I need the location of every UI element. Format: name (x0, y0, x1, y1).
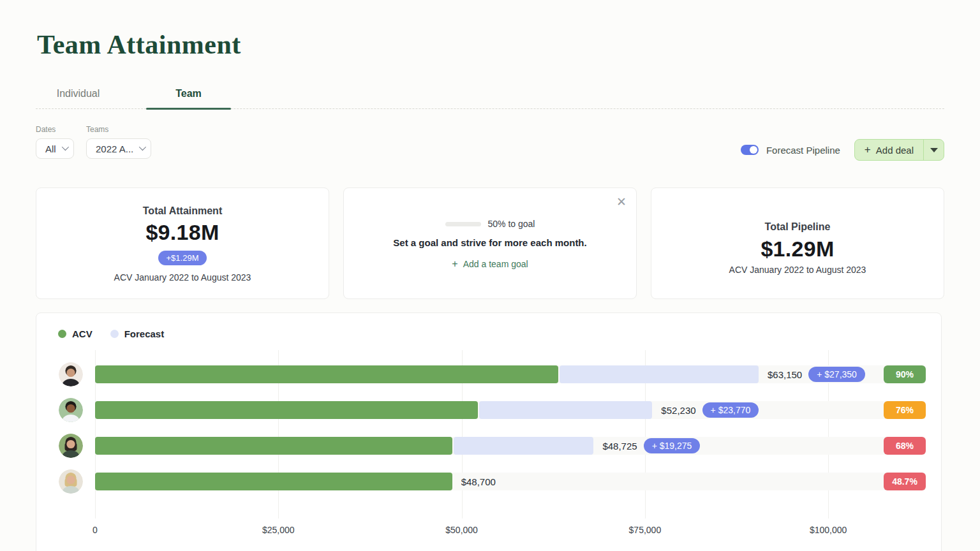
tab-team[interactable]: Team (146, 82, 231, 108)
total-pipeline-value: $1.29M (651, 237, 944, 261)
goal-progress-bar (445, 222, 481, 226)
add-team-goal-label: Add a team goal (463, 259, 528, 269)
toggle-on-icon[interactable] (741, 145, 759, 155)
acv-value-label: $48,725 (602, 441, 637, 452)
chevron-down-icon (139, 143, 146, 150)
forecast-bar[interactable] (560, 365, 759, 383)
add-deal-button[interactable]: + Add deal (855, 140, 923, 160)
attainment-percent-badge: 76% (884, 401, 926, 419)
forecast-badge: + $19,275 (644, 438, 701, 453)
team-attainment-page: Team Attainment Individual Team Dates Al… (0, 0, 980, 551)
chart-row: $48,700 48.7% (95, 473, 926, 490)
tab-bar: Individual Team (36, 82, 944, 109)
caret-down-icon (930, 148, 938, 152)
goal-progress-row: 50% to goal (344, 219, 636, 229)
teams-filter: Teams 2022 A... (86, 125, 151, 159)
legend-item-acv: ACV (58, 328, 93, 339)
x-axis-tick-label: $100,000 (810, 525, 847, 535)
dates-filter: Dates All (36, 125, 74, 159)
acv-bar[interactable] (95, 437, 452, 455)
attainment-chart-card: ACV Forecast 0$25,000$50,000$75,000$100,… (36, 312, 942, 551)
row-annotation: $52,230 + $23,770 (652, 401, 759, 419)
acv-value-label: $52,230 (661, 405, 695, 416)
legend-acv-label: ACV (72, 328, 93, 339)
x-axis-tick-label: $50,000 (445, 525, 478, 535)
tab-individual[interactable]: Individual (36, 82, 121, 108)
total-attainment-value: $9.18M (36, 220, 329, 245)
total-pipeline-card: Total Pipeline $1.29M ACV January 2022 t… (651, 187, 944, 299)
forecast-pipeline-toggle[interactable]: Forecast Pipeline (741, 145, 840, 156)
forecast-badge: + $27,350 (808, 367, 865, 382)
close-icon[interactable]: ✕ (616, 195, 627, 209)
avatar-woman-blonde[interactable] (59, 469, 83, 494)
chart-row: $48,725 + $19,275 68% (95, 437, 926, 455)
x-axis-tick-label: $25,000 (262, 525, 295, 535)
attainment-percent-badge: 68% (884, 437, 926, 455)
total-attainment-title: Total Attainment (36, 205, 329, 217)
forecast-pipeline-label: Forecast Pipeline (766, 145, 840, 156)
row-annotation: $63,150 + $27,350 (759, 365, 865, 383)
add-deal-dropdown-button[interactable] (923, 140, 944, 160)
add-deal-label: Add deal (876, 145, 914, 156)
dates-label: Dates (36, 125, 74, 134)
toggle-knob (750, 146, 757, 154)
avatar-woman-dark-hair[interactable] (59, 434, 83, 458)
row-annotation: $48,725 + $19,275 (593, 437, 700, 455)
page-title: Team Attainment (37, 29, 241, 60)
total-attainment-card: Total Attainment $9.18M +$1.29M ACV Janu… (36, 187, 329, 299)
x-axis-tick-label: 0 (93, 525, 98, 535)
avatar-man-dark-beard[interactable] (59, 362, 83, 386)
dates-dropdown-value: All (45, 143, 56, 154)
attainment-forecast-badge: +$1.29M (158, 251, 207, 265)
forecast-bar[interactable] (454, 437, 594, 455)
add-team-goal-button[interactable]: + Add a team goal (452, 258, 528, 270)
plus-icon: + (452, 258, 457, 270)
plot-area: 0$25,000$50,000$75,000$100,000 $63,150 +… (95, 313, 926, 551)
acv-bar[interactable] (95, 365, 558, 383)
teams-dropdown-value: 2022 A... (96, 143, 133, 154)
goal-progress-label: 50% to goal (488, 219, 535, 229)
forecast-bar[interactable] (479, 401, 652, 419)
plus-icon: + (865, 143, 871, 156)
total-pipeline-subtitle: ACV January 2022 to August 2023 (651, 265, 944, 275)
add-deal-split-button: + Add deal (854, 139, 944, 161)
total-attainment-subtitle: ACV January 2022 to August 2023 (36, 272, 329, 283)
x-axis-tick-label: $75,000 (629, 525, 662, 535)
chart-row: $63,150 + $27,350 90% (95, 365, 926, 383)
teams-label: Teams (86, 125, 151, 134)
right-controls: Forecast Pipeline + Add deal (741, 139, 944, 161)
chart-row: $52,230 + $23,770 76% (95, 401, 926, 419)
forecast-badge: + $23,770 (702, 402, 759, 418)
teams-dropdown[interactable]: 2022 A... (86, 138, 151, 159)
row-annotation: $48,700 (452, 473, 496, 490)
attainment-percent-badge: 48.7% (884, 473, 926, 490)
avatar-man-white-shirt[interactable] (59, 398, 83, 422)
team-goal-card: ✕ 50% to goal Set a goal and strive for … (343, 187, 637, 299)
acv-value-label: $63,150 (768, 369, 802, 380)
acv-bar[interactable] (95, 401, 478, 419)
acv-dot-icon (58, 330, 66, 338)
attainment-percent-badge: 90% (884, 365, 926, 383)
chevron-down-icon (61, 143, 68, 150)
total-pipeline-title: Total Pipeline (651, 221, 944, 233)
filter-toolbar: Dates All Teams 2022 A... Forecast Pipel… (36, 125, 944, 161)
acv-value-label: $48,700 (461, 476, 496, 487)
acv-bar[interactable] (95, 473, 452, 490)
dates-dropdown[interactable]: All (36, 138, 74, 159)
goal-message: Set a goal and strive for more each mont… (344, 237, 636, 248)
